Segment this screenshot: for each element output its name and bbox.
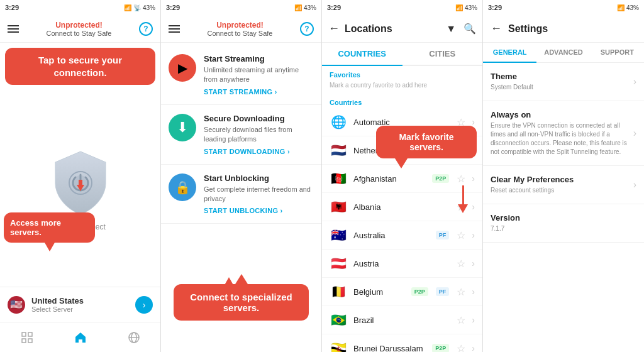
country-albania[interactable]: 🇦🇱 Albania ☆ › [322, 193, 482, 221]
version-value: 7.1.7 [491, 224, 636, 233]
help-button-2[interactable]: ? [300, 22, 314, 36]
unblocking-icon: 🔒 [169, 173, 196, 201]
filter-icon[interactable]: ▼ [446, 23, 456, 35]
star-brunei[interactable]: ☆ [457, 343, 465, 353]
status-bar-2: 3:29 📶 43% [161, 0, 321, 15]
status-time-4: 3:29 [488, 4, 502, 11]
connect-callout-arrow [235, 274, 248, 284]
bottom-nav-1 [0, 322, 160, 352]
battery-4: 43% [626, 4, 639, 11]
mark-fav-arrow [395, 158, 408, 168]
always-on-chevron: › [633, 128, 636, 139]
connect-specialized-callout: Connect to specialized servers. [174, 284, 309, 321]
help-button-1[interactable]: ? [139, 22, 153, 36]
streaming-title: Start Streaming [204, 54, 314, 63]
svg-rect-6 [22, 339, 26, 343]
search-icon[interactable]: 🔍 [464, 23, 476, 35]
phone-panel-1: 3:29 📶 📡 43% Unprotected! Connect to Sta… [0, 0, 161, 352]
connect-subtitle-2: Connect to Stay Safe [208, 30, 273, 37]
nav-title-2: Unprotected! Connect to Stay Safe [208, 21, 273, 37]
settings-always-on[interactable]: Always on Ensure the VPN connection is c… [483, 101, 644, 166]
downloading-title: Secure Downloading [204, 114, 314, 123]
server-name: United States [31, 296, 129, 305]
back-button-settings[interactable]: ← [491, 22, 502, 35]
downloading-link[interactable]: START DOWNLOADING › [204, 148, 314, 155]
downloading-text: Secure Downloading Securely download fil… [204, 114, 314, 155]
back-button-locations[interactable]: ← [328, 22, 340, 35]
star-afghanistan[interactable]: ☆ [457, 173, 465, 185]
theme-desc: System Default [491, 83, 633, 92]
country-australia[interactable]: 🇦🇺 Australia PF ☆ › [322, 221, 482, 250]
flag-automatic: 🌐 [330, 114, 347, 129]
always-on-desc: Ensure the VPN connection is connected a… [491, 121, 633, 157]
settings-list: Theme System Default › Always on Ensure … [483, 63, 644, 352]
tab-cities[interactable]: CITIES [402, 43, 483, 66]
nav-globe-btn[interactable] [128, 331, 140, 344]
nav-home-btn[interactable] [74, 331, 87, 344]
chevron-brunei: › [472, 343, 475, 352]
name-brazil: Brazil [353, 316, 450, 325]
status-icons-4: 📶 43% [617, 4, 639, 11]
unprotected-label-1: Unprotected! [47, 21, 112, 30]
streaming-link[interactable]: START STREAMING › [204, 88, 314, 96]
globe-icon [128, 331, 140, 344]
unblocking-desc: Get complete internet freedom and privac… [204, 185, 314, 204]
shield-icon[interactable] [49, 148, 112, 217]
server-arrow-btn[interactable]: › [135, 296, 153, 314]
nav-grid-btn[interactable] [21, 331, 33, 344]
status-time-3: 3:29 [327, 4, 341, 11]
settings-header: ← Settings [483, 15, 644, 43]
country-afghanistan[interactable]: 🇦🇫 Afghanistan P2P ☆ › [322, 165, 482, 193]
location-header: ← Locations ▼ 🔍 [322, 15, 482, 43]
settings-title: Settings [508, 23, 548, 35]
star-albania[interactable]: ☆ [457, 201, 465, 213]
status-icons-2: 📶 43% [294, 4, 316, 11]
tab-advanced[interactable]: ADVANCED [536, 43, 590, 63]
badge-p2p-belgium: P2P [411, 287, 428, 296]
downloading-desc: Securely download files from leading pla… [204, 125, 314, 145]
badge-p2p-brunei: P2P [432, 344, 449, 352]
favorites-hint: Mark a country favorite to add here [322, 80, 482, 94]
country-brunei[interactable]: 🇧🇳 Brunei Darussalam P2P ☆ › [322, 334, 482, 352]
theme-title: Theme [491, 72, 633, 81]
flag-netherlands: 🇳🇱 [330, 143, 347, 158]
star-australia[interactable]: ☆ [457, 229, 465, 241]
streaming-desc: Unlimited streaming at anytime from anyw… [204, 65, 314, 85]
shield-area: Tap to secure your connection. [0, 43, 160, 287]
country-list: Favorites Mark a country favorite to add… [322, 66, 482, 352]
feature-downloading[interactable]: ⬇ Secure Downloading Securely download f… [161, 105, 321, 165]
flag-australia: 🇦🇺 [330, 228, 347, 243]
star-brazil[interactable]: ☆ [457, 314, 465, 326]
panel-features: 3:29 📶 43% Unprotected! Connect to Stay … [161, 0, 322, 352]
settings-theme[interactable]: Theme System Default › [483, 63, 644, 101]
country-belgium[interactable]: 🇧🇪 Belgium P2P PF ☆ › [322, 278, 482, 306]
unblocking-link[interactable]: START UNBLOCKING › [204, 207, 314, 214]
star-belgium[interactable]: ☆ [457, 286, 465, 298]
theme-text: Theme System Default [491, 72, 633, 92]
grid-icon [21, 331, 33, 344]
name-australia: Australia [353, 231, 430, 240]
server-bar[interactable]: 🇺🇸 United States Select Server › [0, 287, 160, 322]
country-brazil[interactable]: 🇧🇷 Brazil ☆ › [322, 306, 482, 334]
chevron-belgium: › [472, 287, 475, 297]
hamburger-2[interactable] [169, 25, 180, 33]
settings-clear-prefs[interactable]: Clear My Preferences Reset account setti… [483, 166, 644, 204]
flag-brazil: 🇧🇷 [330, 312, 347, 327]
unprotected-label-2: Unprotected! [208, 21, 273, 30]
svg-rect-3 [79, 180, 82, 187]
access-servers-callout: Access more servers. [4, 212, 95, 243]
status-bar-3: 3:29 📶 43% [322, 0, 482, 15]
top-nav-1: Unprotected! Connect to Stay Safe ? [0, 15, 160, 43]
tab-countries[interactable]: COUNTRIES [322, 43, 402, 66]
panel-main-vpn: 3:29 📶 📡 43% Unprotected! Connect to Sta… [0, 0, 161, 352]
star-austria[interactable]: ☆ [457, 258, 465, 270]
tab-general[interactable]: GENERAL [483, 43, 536, 63]
always-on-title: Always on [491, 110, 633, 119]
name-belgium: Belgium [353, 287, 405, 297]
tab-support[interactable]: SUPPORT [591, 43, 644, 63]
version-text: Version 7.1.7 [491, 213, 636, 233]
hamburger-menu[interactable] [8, 25, 19, 33]
feature-unblocking[interactable]: 🔒 Start Unblocking Get complete internet… [161, 165, 321, 224]
feature-streaming[interactable]: ▶ Start Streaming Unlimited streaming at… [161, 45, 321, 105]
country-austria[interactable]: 🇦🇹 Austria ☆ › [322, 250, 482, 278]
